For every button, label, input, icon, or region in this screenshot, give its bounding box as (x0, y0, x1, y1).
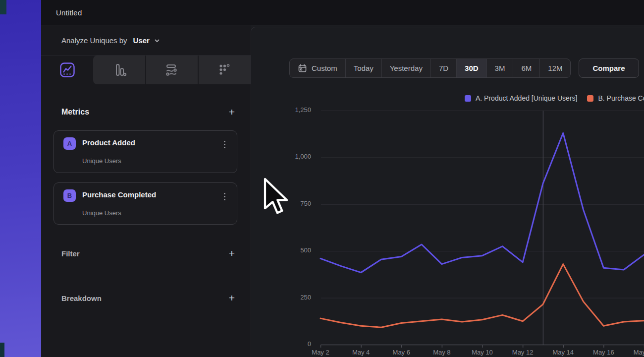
metric-subtitle[interactable]: Unique Users (82, 209, 121, 217)
y-axis-label: 500 (266, 246, 311, 254)
desktop-corner (0, 343, 4, 357)
bar-chart-icon (110, 61, 128, 79)
tab-flows[interactable] (145, 56, 198, 84)
app-window: Untitled Analyze Uniques by User (41, 0, 644, 357)
grid-dots-icon (215, 61, 233, 79)
tab-line-chart[interactable] (41, 56, 93, 84)
analyze-row: Analyze Uniques by User (41, 25, 251, 56)
y-axis-label: 1,250 (266, 106, 311, 114)
add-filter-button[interactable]: + (226, 248, 237, 259)
metric-subtitle[interactable]: Unique Users (82, 157, 121, 165)
x-axis-label: May 18 (624, 349, 644, 356)
tab-bar-chart[interactable] (93, 56, 145, 84)
kebab-menu-icon[interactable] (220, 139, 229, 150)
line-chart-canvas[interactable] (251, 25, 644, 357)
y-axis-label: 1,000 (266, 153, 311, 160)
y-axis-label: 0 (266, 340, 311, 348)
tab-grid[interactable] (198, 56, 251, 84)
metric-title: Purchase Completed (82, 190, 156, 199)
chevron-down-icon[interactable] (154, 37, 161, 44)
app-header: Untitled (41, 0, 644, 25)
screenshot-root: Untitled Analyze Uniques by User (0, 0, 644, 357)
breakdown-section: Breakdown + (61, 291, 237, 305)
x-axis-label: May 6 (381, 349, 421, 356)
x-axis-label: May 16 (584, 349, 623, 356)
filter-title: Filter (61, 249, 80, 258)
query-sidebar: Analyze Uniques by User (41, 25, 251, 357)
metric-badge-b: B (63, 189, 76, 202)
x-axis-label: May 12 (503, 349, 542, 356)
mouse-cursor (263, 178, 293, 217)
metric-card-a[interactable]: A Product Added Unique Users (54, 130, 237, 173)
analyze-label: Analyze Uniques by (61, 36, 127, 45)
desktop-background (0, 0, 41, 357)
metric-badge-a: A (63, 137, 76, 150)
breakdown-title: Breakdown (61, 294, 102, 302)
x-axis-label: May 4 (341, 349, 381, 356)
series-line[interactable] (321, 133, 644, 272)
x-axis-label: May 10 (463, 349, 502, 356)
add-metric-button[interactable]: + (226, 107, 237, 118)
line-chart-icon (58, 61, 76, 79)
add-breakdown-button[interactable]: + (226, 293, 237, 303)
metrics-header: Metrics + (61, 105, 237, 119)
series-line[interactable] (321, 264, 644, 328)
chart-main-area: Custom Today Yesterday 7D 30D 3M 6M 12M … (251, 25, 644, 357)
flows-icon (162, 61, 180, 79)
y-axis-label: 250 (266, 294, 311, 301)
metric-title: Product Added (82, 138, 135, 147)
x-axis-label: May 8 (422, 349, 462, 356)
metric-card-b[interactable]: B Purchase Completed Unique Users (54, 182, 237, 225)
kebab-menu-icon[interactable] (220, 191, 229, 202)
metrics-title: Metrics (61, 108, 89, 117)
analyze-value-dropdown[interactable]: User (133, 36, 150, 45)
x-axis-label: May 14 (543, 349, 583, 356)
x-axis-label: May 2 (301, 349, 340, 356)
report-title[interactable]: Untitled (56, 8, 82, 17)
desktop-corner (0, 0, 6, 14)
filter-section: Filter + (61, 246, 237, 261)
